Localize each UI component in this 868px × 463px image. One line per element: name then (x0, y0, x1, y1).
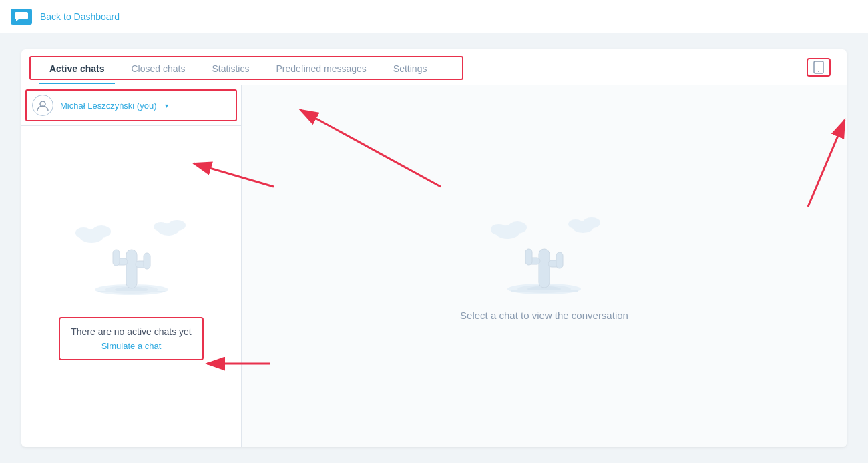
svg-rect-31 (556, 252, 563, 268)
svg-rect-16 (144, 253, 150, 269)
svg-point-19 (508, 221, 527, 234)
tab-statistics[interactable]: Statistics (200, 62, 261, 85)
logo-icon (11, 9, 32, 25)
tab-predefined-messages[interactable]: Predefined messages (264, 62, 378, 85)
cactus-illustration-left (71, 213, 192, 300)
right-panel: Select a chat to view the conversation (242, 85, 847, 447)
simulate-chat-link[interactable]: Simulate a chat (71, 341, 192, 351)
tabs-bar: Active chats Closed chats Statistics Pre… (21, 49, 847, 85)
tab-closed-chats[interactable]: Closed chats (119, 62, 197, 85)
tabs-list: Active chats Closed chats Statistics Pre… (37, 49, 441, 85)
mobile-view-button[interactable] (807, 58, 831, 77)
svg-point-22 (583, 217, 600, 228)
svg-point-1 (818, 71, 819, 72)
main-content: Active chats Closed chats Statistics Pre… (0, 33, 868, 463)
main-card: Active chats Closed chats Statistics Pre… (21, 49, 847, 447)
topbar: Back to Dashboard (0, 0, 868, 33)
svg-point-23 (568, 219, 583, 229)
svg-point-20 (491, 224, 507, 235)
svg-point-7 (168, 220, 186, 231)
agent-selector[interactable]: Michał Leszczyński (you) ▾ (21, 85, 241, 126)
svg-point-4 (92, 225, 111, 238)
agent-avatar-icon (32, 95, 53, 116)
svg-rect-12 (126, 250, 137, 288)
agent-caret-icon: ▾ (165, 102, 168, 109)
content-row: Michał Leszczyński (you) ▾ (21, 85, 847, 447)
no-chats-text: There are no active chats yet (71, 326, 192, 337)
svg-point-5 (75, 227, 91, 238)
left-panel: Michał Leszczyński (you) ▾ (21, 85, 242, 447)
agent-name: Michał Leszczyński (you) (60, 101, 157, 111)
select-chat-text: Select a chat to view the conversation (460, 310, 628, 321)
tab-active-chats[interactable]: Active chats (37, 62, 116, 85)
svg-rect-27 (539, 249, 550, 288)
svg-rect-14 (113, 250, 120, 266)
svg-point-8 (154, 222, 168, 232)
svg-rect-29 (525, 249, 532, 265)
back-to-dashboard-link[interactable]: Back to Dashboard (40, 11, 120, 22)
tab-settings[interactable]: Settings (381, 62, 439, 85)
cactus-illustration-right (484, 212, 604, 299)
empty-state-left: There are no active chats yet Simulate a… (21, 126, 241, 447)
